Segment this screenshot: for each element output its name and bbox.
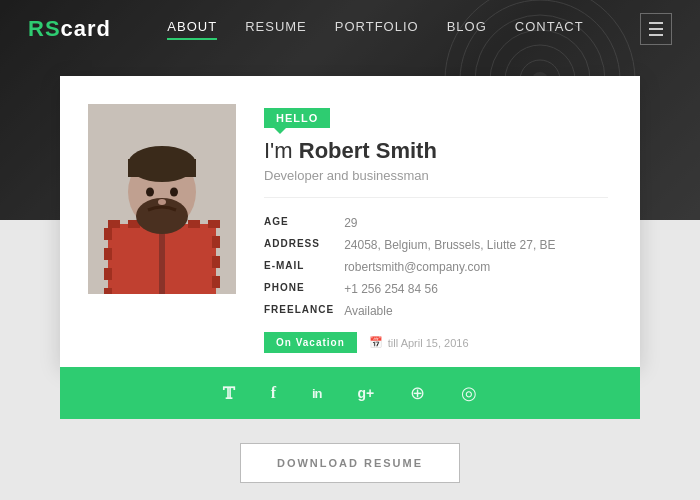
hamburger-line (649, 22, 663, 24)
facebook-icon[interactable]: f (271, 384, 276, 402)
age-label: AGE (264, 212, 344, 234)
hamburger-line (649, 34, 663, 36)
vacation-badge[interactable]: On Vacation (264, 332, 357, 353)
logo-rs: RS (28, 16, 61, 41)
vacation-row: On Vacation 📅 till April 15, 2016 (264, 332, 608, 367)
nav-item-resume[interactable]: RESUME (245, 19, 307, 40)
linkedin-icon[interactable]: in (312, 386, 322, 401)
svg-point-16 (146, 188, 154, 197)
name-heading: I'm Robert Smith (264, 138, 608, 164)
profile-card: HELLO I'm Robert Smith Developer and bus… (60, 76, 640, 367)
svg-point-17 (170, 188, 178, 197)
table-row: E-MAIL robertsmith@company.com (264, 256, 608, 278)
download-resume-button[interactable]: DOWNLOAD RESUME (240, 443, 460, 483)
hamburger-menu[interactable] (640, 13, 672, 45)
main-nav: ABOUT RESUME PORTFOLIO BLOG CONTACT (167, 19, 583, 40)
card-info: HELLO I'm Robert Smith Developer and bus… (264, 104, 608, 367)
email-label: E-MAIL (264, 256, 344, 278)
google-plus-icon[interactable]: g+ (358, 385, 375, 401)
info-table: AGE 29 ADDRESS 24058, Belgium, Brussels,… (264, 212, 608, 322)
freelance-label: FREELANCE (264, 300, 344, 322)
address-value: 24058, Belgium, Brussels, Liutte 27, BE (344, 234, 608, 256)
freelance-value: Available (344, 300, 608, 322)
svg-point-18 (158, 199, 166, 205)
email-value: robertsmith@company.com (344, 256, 608, 278)
main-container: HELLO I'm Robert Smith Developer and bus… (0, 58, 700, 483)
social-bar: 𝕋 f in g+ ⊕ ◎ (60, 367, 640, 419)
vacation-date: 📅 till April 15, 2016 (369, 336, 469, 349)
phone-value: +1 256 254 84 56 (344, 278, 608, 300)
table-row: ADDRESS 24058, Belgium, Brussels, Liutte… (264, 234, 608, 256)
logo-card: card (61, 16, 111, 41)
profile-photo (88, 104, 236, 294)
nav-item-about[interactable]: ABOUT (167, 19, 217, 40)
table-row: PHONE +1 256 254 84 56 (264, 278, 608, 300)
table-row: AGE 29 (264, 212, 608, 234)
full-name: Robert Smith (299, 138, 437, 163)
instagram-icon[interactable]: ◎ (461, 382, 477, 404)
job-subtitle: Developer and businessman (264, 168, 608, 198)
phone-label: PHONE (264, 278, 344, 300)
table-row: FREELANCE Available (264, 300, 608, 322)
nav-item-contact[interactable]: CONTACT (515, 19, 584, 40)
age-value: 29 (344, 212, 608, 234)
vacation-date-text: till April 15, 2016 (388, 337, 469, 349)
calendar-icon: 📅 (369, 336, 383, 349)
hamburger-line (649, 28, 663, 30)
address-label: ADDRESS (264, 234, 344, 256)
twitter-icon[interactable]: 𝕋 (223, 384, 235, 403)
nav-item-blog[interactable]: BLOG (447, 19, 487, 40)
svg-rect-14 (128, 159, 196, 177)
download-section: DOWNLOAD RESUME (240, 443, 460, 483)
nav-item-portfolio[interactable]: PORTFOLIO (335, 19, 419, 40)
logo: RScard (28, 16, 111, 42)
hello-badge: HELLO (264, 108, 330, 128)
dribbble-icon[interactable]: ⊕ (410, 382, 425, 404)
header: RScard ABOUT RESUME PORTFOLIO BLOG CONTA… (0, 0, 700, 58)
